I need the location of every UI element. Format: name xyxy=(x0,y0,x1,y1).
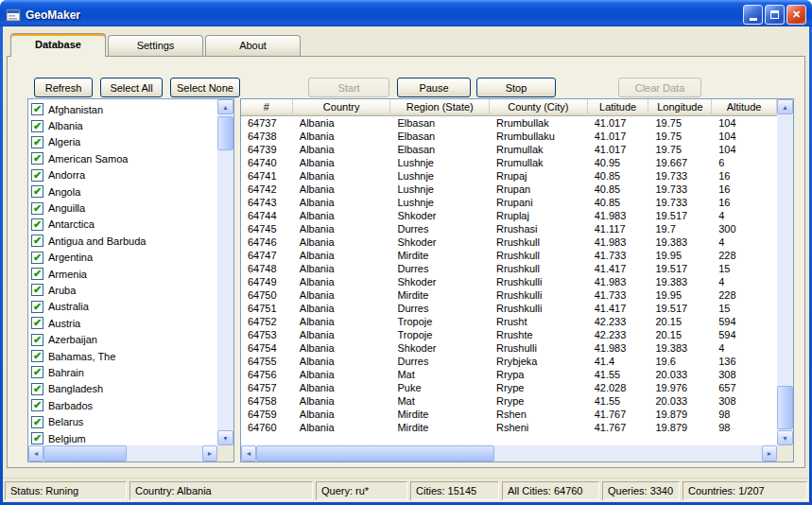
scroll-up-button[interactable]: ▲ xyxy=(217,99,233,114)
country-list-item[interactable]: ✔Barbados xyxy=(28,397,217,413)
table-row[interactable]: 64748AlbaniaDurresRrushkull41.41719.5171… xyxy=(241,262,777,275)
grid-horizontal-scrollbar[interactable]: ◄ ► xyxy=(241,445,777,461)
country-checkbox[interactable]: ✔ xyxy=(31,202,43,215)
stop-button[interactable]: Stop xyxy=(476,78,556,97)
start-button[interactable]: Start xyxy=(308,78,389,97)
country-checkbox[interactable]: ✔ xyxy=(31,350,43,362)
scroll-right-button[interactable]: ► xyxy=(202,445,217,461)
tab-database[interactable]: Database xyxy=(10,33,106,57)
table-row[interactable]: 64742AlbaniaLushnjeRrupan40.8519.73316 xyxy=(241,183,777,196)
tab-about[interactable]: About xyxy=(205,35,301,56)
scroll-down-button[interactable]: ▼ xyxy=(777,430,793,445)
country-list-item[interactable]: ✔Anguilla xyxy=(28,200,217,216)
table-row[interactable]: 64746AlbaniaShkoderRrushkull41.98319.383… xyxy=(241,235,777,249)
table-row[interactable]: 64757AlbaniaPukeRrype42.02819.976657 xyxy=(241,381,777,394)
country-list-item[interactable]: ✔Albania xyxy=(28,117,217,133)
grid-column-header[interactable]: Longitude xyxy=(648,99,712,116)
table-row[interactable]: 64752AlbaniaTropojeRrusht42.23320.15594 xyxy=(241,315,777,328)
country-checkbox[interactable]: ✔ xyxy=(31,136,43,148)
table-row[interactable]: 64755AlbaniaDurresRrybjeka41.419.6136 xyxy=(241,355,777,368)
grid-vertical-scrollbar[interactable]: ▲ ▼ xyxy=(777,99,793,445)
country-checkbox[interactable]: ✔ xyxy=(31,169,43,182)
country-list-item[interactable]: ✔Andorra xyxy=(28,167,217,183)
select-all-button[interactable]: Select All xyxy=(100,78,163,97)
country-list-item[interactable]: ✔Algeria xyxy=(28,134,217,150)
table-row[interactable]: 64740AlbaniaLushnjeRrumullak40.9519.6676 xyxy=(241,156,777,169)
country-list-item[interactable]: ✔Belgium xyxy=(28,430,217,445)
table-row[interactable]: 64745AlbaniaDurresRrushasi41.11719.7300 xyxy=(241,222,777,235)
country-list-horizontal-scrollbar[interactable]: ◄ ► xyxy=(28,445,217,461)
country-list-item[interactable]: ✔Afghanistan xyxy=(28,101,217,117)
country-checkbox[interactable]: ✔ xyxy=(31,334,43,346)
table-row[interactable]: 64759AlbaniaMirditeRshen41.76719.87998 xyxy=(241,408,777,421)
country-list-item[interactable]: ✔Bangladesh xyxy=(28,381,217,397)
pause-button[interactable]: Pause xyxy=(397,78,471,97)
country-list-item[interactable]: ✔Angola xyxy=(28,183,217,200)
country-list-item[interactable]: ✔Antarctica xyxy=(28,217,217,233)
country-checkbox[interactable]: ✔ xyxy=(31,284,43,296)
country-list-item[interactable]: ✔Azerbaijan xyxy=(28,331,217,347)
table-row[interactable]: 64760AlbaniaMirditeRsheni41.76719.87998 xyxy=(241,421,777,434)
table-row[interactable]: 64738AlbaniaElbasanRrumbullaku41.01719.7… xyxy=(241,130,777,143)
close-button[interactable]: ✕ xyxy=(786,5,806,25)
country-checkbox[interactable]: ✔ xyxy=(31,399,43,411)
country-checkbox[interactable]: ✔ xyxy=(31,383,43,395)
tab-settings[interactable]: Settings xyxy=(108,35,203,56)
refresh-button[interactable]: Refresh xyxy=(34,78,93,97)
table-row[interactable]: 64758AlbaniaMatRrype41.5520.033308 xyxy=(241,394,777,408)
country-list-item[interactable]: ✔Bahrain xyxy=(28,364,217,380)
country-list-item[interactable]: ✔American Samoa xyxy=(28,150,217,166)
table-row[interactable]: 64744AlbaniaShkoderRruplaj41.98319.5174 xyxy=(241,209,777,222)
country-list-item[interactable]: ✔Austria xyxy=(28,315,217,331)
titlebar[interactable]: GeoMaker ✕ xyxy=(0,0,812,26)
scroll-left-button[interactable]: ◄ xyxy=(28,445,43,461)
country-checkbox[interactable]: ✔ xyxy=(31,185,43,198)
clear-data-button[interactable]: Clear Data xyxy=(618,78,701,97)
maximize-button[interactable] xyxy=(765,5,785,25)
country-checkbox[interactable]: ✔ xyxy=(31,268,43,280)
country-list-item[interactable]: ✔Argentina xyxy=(28,250,217,266)
grid-column-header[interactable]: Region (State) xyxy=(390,99,490,116)
grid-column-header[interactable]: # xyxy=(241,99,293,116)
scroll-down-button[interactable]: ▼ xyxy=(217,430,233,445)
country-checkbox[interactable]: ✔ xyxy=(31,416,43,428)
country-list-item[interactable]: ✔Bahamas, The xyxy=(28,348,217,364)
select-none-button[interactable]: Select None xyxy=(170,78,240,97)
grid-column-header[interactable]: Country xyxy=(293,99,391,116)
table-row[interactable]: 64739AlbaniaElbasanRrumullak41.01719.751… xyxy=(241,143,777,156)
grid-column-header[interactable]: Latitude xyxy=(588,99,649,116)
scroll-thumb[interactable] xyxy=(217,116,233,150)
country-list-vertical-scrollbar[interactable]: ▲ ▼ xyxy=(217,99,233,445)
grid-column-header[interactable]: Altitude xyxy=(712,99,777,116)
table-row[interactable]: 64751AlbaniaDurresRrushkulli41.41719.517… xyxy=(241,302,777,315)
country-list-item[interactable]: ✔Australia xyxy=(28,299,217,315)
scroll-right-button[interactable]: ► xyxy=(762,445,777,461)
country-checkbox[interactable]: ✔ xyxy=(31,366,43,378)
scroll-left-button[interactable]: ◄ xyxy=(241,445,256,461)
table-row[interactable]: 64749AlbaniaShkoderRrushkulli41.98319.38… xyxy=(241,275,777,288)
table-row[interactable]: 64750AlbaniaMirditeRrushkulli41.73319.95… xyxy=(241,288,777,302)
table-row[interactable]: 64753AlbaniaTropojeRrushte42.23320.15594 xyxy=(241,328,777,341)
table-row[interactable]: 64756AlbaniaMatRrypa41.5520.033308 xyxy=(241,368,777,381)
table-row[interactable]: 64741AlbaniaLushnjeRrupaj40.8519.73316 xyxy=(241,169,777,183)
country-checkbox[interactable]: ✔ xyxy=(31,103,43,115)
table-row[interactable]: 64747AlbaniaMirditeRrushkull41.73319.952… xyxy=(241,249,777,262)
table-row[interactable]: 64754AlbaniaShkoderRrushulli41.98319.383… xyxy=(241,341,777,355)
scroll-thumb[interactable] xyxy=(777,386,793,429)
country-list-item[interactable]: ✔Armenia xyxy=(28,266,217,282)
country-checkbox[interactable]: ✔ xyxy=(31,218,43,231)
country-list-item[interactable]: ✔Antigua and Barbuda xyxy=(28,233,217,249)
country-checkbox[interactable]: ✔ xyxy=(31,432,43,444)
country-list-item[interactable]: ✔Belarus xyxy=(28,413,217,429)
country-checkbox[interactable]: ✔ xyxy=(31,252,43,264)
country-list-item[interactable]: ✔Aruba xyxy=(28,282,217,298)
grid-column-header[interactable]: County (City) xyxy=(490,99,588,116)
country-checkbox[interactable]: ✔ xyxy=(31,120,43,132)
country-checkbox[interactable]: ✔ xyxy=(31,235,43,247)
country-checkbox[interactable]: ✔ xyxy=(31,152,43,165)
minimize-button[interactable] xyxy=(743,5,763,25)
country-checkbox[interactable]: ✔ xyxy=(31,317,43,329)
country-checkbox[interactable]: ✔ xyxy=(31,301,43,313)
scroll-up-button[interactable]: ▲ xyxy=(777,99,793,114)
scroll-thumb[interactable] xyxy=(256,445,494,461)
